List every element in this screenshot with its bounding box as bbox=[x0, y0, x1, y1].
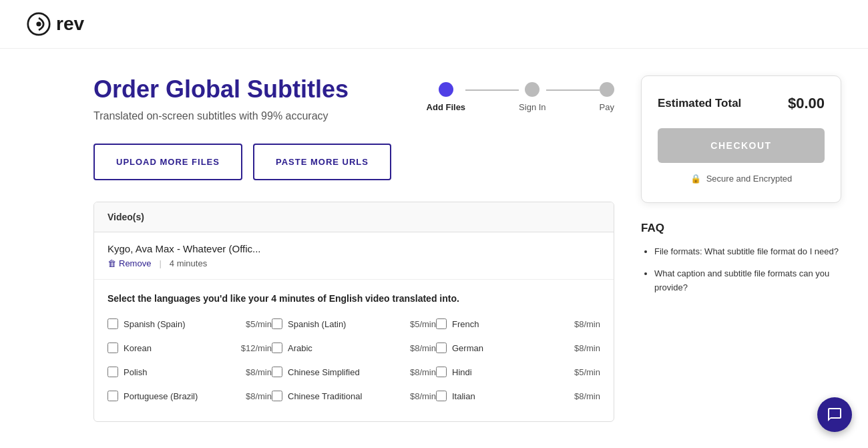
language-checkbox[interactable] bbox=[107, 318, 118, 329]
language-checkbox[interactable] bbox=[436, 367, 447, 377]
faq-section: FAQ File formats: What subtitle file for… bbox=[641, 222, 841, 294]
estimated-row: Estimated Total $0.00 bbox=[658, 95, 825, 112]
language-item: German $8/min bbox=[436, 336, 600, 360]
language-grid: Spanish (Spain) $5/min Spanish (Latin) $… bbox=[94, 312, 614, 421]
language-name: Italian bbox=[452, 391, 569, 401]
language-item: Italian $8/min bbox=[436, 384, 600, 408]
action-buttons: UPLOAD MORE FILES PASTE MORE URLS bbox=[93, 144, 614, 180]
language-checkbox[interactable] bbox=[272, 367, 282, 377]
file-duration: 4 minutes bbox=[170, 258, 207, 268]
language-checkbox[interactable] bbox=[272, 318, 282, 329]
meta-separator: | bbox=[159, 258, 161, 268]
language-checkbox[interactable] bbox=[107, 343, 118, 353]
language-name: Polish bbox=[124, 367, 240, 377]
language-price: $8/min bbox=[246, 391, 272, 401]
language-item: Portuguese (Brazil) $8/min bbox=[107, 384, 272, 408]
svg-point-1 bbox=[36, 21, 41, 26]
language-name: Hindi bbox=[452, 367, 569, 377]
language-price: $8/min bbox=[574, 319, 600, 329]
language-item: Chinese Traditional $8/min bbox=[272, 384, 436, 408]
files-table-header: Video(s) bbox=[94, 202, 614, 232]
step-add-files: Add Files bbox=[427, 82, 466, 112]
step-sign-in: Sign In bbox=[519, 82, 546, 112]
lock-icon: 🔒 bbox=[690, 174, 701, 184]
right-panel: Estimated Total $0.00 CHECKOUT 🔒 Secure … bbox=[641, 75, 841, 422]
language-price: $8/min bbox=[574, 391, 600, 401]
secure-label: Secure and Encrypted bbox=[706, 174, 793, 184]
faq-link[interactable]: File formats: What subtitle file format … bbox=[654, 246, 839, 256]
language-name: Chinese Traditional bbox=[288, 391, 405, 401]
language-checkbox[interactable] bbox=[436, 318, 447, 329]
left-panel: Order Global Subtitles Translated on-scr… bbox=[93, 75, 614, 422]
upload-more-files-button[interactable]: UPLOAD MORE FILES bbox=[93, 144, 242, 180]
language-item: Hindi $5/min bbox=[436, 360, 600, 384]
language-name: Korean bbox=[124, 343, 236, 353]
language-name: German bbox=[452, 343, 569, 353]
page-title: Order Global Subtitles bbox=[93, 75, 349, 103]
language-price: $5/min bbox=[574, 367, 600, 377]
file-meta: 🗑 Remove | 4 minutes bbox=[107, 258, 600, 268]
trash-icon: 🗑 bbox=[107, 258, 116, 268]
language-name: Arabic bbox=[288, 343, 405, 353]
logo[interactable]: rev bbox=[27, 12, 84, 36]
order-summary: Estimated Total $0.00 CHECKOUT 🔒 Secure … bbox=[641, 75, 841, 203]
language-item: Spanish (Latin) $5/min bbox=[272, 312, 436, 336]
secure-row: 🔒 Secure and Encrypted bbox=[658, 174, 825, 184]
page-subtitle: Translated on-screen subtitles with 99% … bbox=[93, 110, 349, 122]
estimated-amount: $0.00 bbox=[788, 95, 825, 112]
step-circle-pay bbox=[600, 82, 614, 97]
estimated-label: Estimated Total bbox=[658, 97, 741, 110]
step-label-add-files: Add Files bbox=[427, 102, 466, 112]
language-checkbox[interactable] bbox=[272, 391, 282, 401]
faq-link[interactable]: What caption and subtitle file formats c… bbox=[654, 268, 829, 292]
language-checkbox[interactable] bbox=[436, 343, 447, 353]
stepper: Add Files Sign In Pay bbox=[427, 82, 614, 112]
checkout-button[interactable]: CHECKOUT bbox=[658, 128, 825, 163]
language-price: $8/min bbox=[574, 343, 600, 353]
paste-more-urls-button[interactable]: PASTE MORE URLS bbox=[253, 144, 391, 180]
language-checkbox[interactable] bbox=[107, 391, 118, 401]
language-price: $8/min bbox=[410, 391, 436, 401]
language-price: $12/min bbox=[241, 343, 272, 353]
language-checkbox[interactable] bbox=[107, 367, 118, 377]
step-circle-sign-in bbox=[525, 82, 539, 97]
file-row: Kygo, Ava Max - Whatever (Offic... 🗑 Rem… bbox=[94, 232, 614, 280]
language-checkbox[interactable] bbox=[436, 391, 447, 401]
faq-list: File formats: What subtitle file format … bbox=[641, 244, 841, 294]
faq-item: File formats: What subtitle file format … bbox=[654, 244, 841, 258]
language-price: $5/min bbox=[246, 319, 272, 329]
faq-title: FAQ bbox=[641, 222, 841, 235]
logo-text: rev bbox=[56, 13, 84, 35]
language-name: Spanish (Spain) bbox=[124, 319, 240, 329]
language-item: Chinese Simplified $8/min bbox=[272, 360, 436, 384]
language-name: Portuguese (Brazil) bbox=[124, 391, 240, 401]
remove-label: Remove bbox=[119, 258, 151, 268]
step-connector-2 bbox=[546, 89, 600, 91]
language-name: Chinese Simplified bbox=[288, 367, 405, 377]
language-select-prompt: Select the languages you'd like your 4 m… bbox=[94, 280, 614, 312]
step-label-sign-in: Sign In bbox=[519, 102, 546, 112]
language-item: Polish $8/min bbox=[107, 360, 272, 384]
step-pay: Pay bbox=[600, 82, 614, 112]
language-item: Arabic $8/min bbox=[272, 336, 436, 360]
files-table: Video(s) Kygo, Ava Max - Whatever (Offic… bbox=[93, 202, 614, 422]
main-content: Order Global Subtitles Translated on-scr… bbox=[0, 49, 868, 448]
faq-item: What caption and subtitle file formats c… bbox=[654, 266, 841, 294]
language-price: $5/min bbox=[410, 319, 436, 329]
chat-button[interactable] bbox=[817, 397, 852, 432]
step-label-pay: Pay bbox=[600, 102, 614, 112]
remove-file-button[interactable]: 🗑 Remove bbox=[107, 258, 151, 268]
file-name: Kygo, Ava Max - Whatever (Offic... bbox=[107, 243, 600, 254]
step-connector-1 bbox=[465, 89, 519, 91]
header: rev bbox=[0, 0, 868, 49]
language-price: $8/min bbox=[410, 367, 436, 377]
language-item: French $8/min bbox=[436, 312, 600, 336]
language-item: Korean $12/min bbox=[107, 336, 272, 360]
language-name: French bbox=[452, 319, 569, 329]
step-circle-add-files bbox=[439, 82, 453, 97]
language-item: Spanish (Spain) $5/min bbox=[107, 312, 272, 336]
language-price: $8/min bbox=[246, 367, 272, 377]
language-price: $8/min bbox=[410, 343, 436, 353]
language-name: Spanish (Latin) bbox=[288, 319, 405, 329]
language-checkbox[interactable] bbox=[272, 343, 282, 353]
